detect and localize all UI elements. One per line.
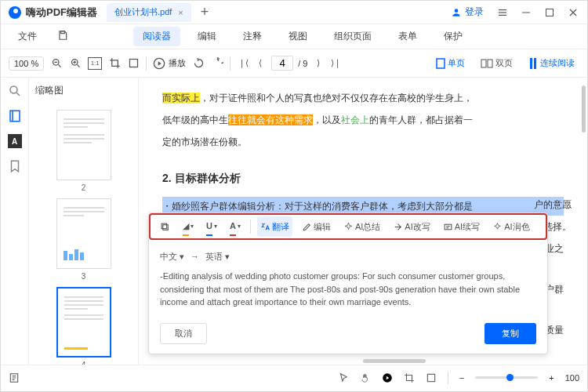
heading-2: 2. 目标群体分析 bbox=[162, 167, 564, 189]
svg-point-16 bbox=[10, 86, 17, 93]
zoom-select[interactable]: 100 % bbox=[9, 56, 44, 71]
thumbnail-page-2[interactable] bbox=[56, 110, 111, 180]
ai-rewrite-tool[interactable]: AI改写 bbox=[390, 216, 433, 237]
new-tab-button[interactable]: + bbox=[201, 4, 209, 20]
svg-rect-18 bbox=[163, 224, 169, 230]
last-page-icon[interactable]: ⟩❘ bbox=[329, 57, 342, 70]
minimize-icon[interactable] bbox=[515, 2, 537, 23]
continuous-button[interactable]: 连续阅读 bbox=[524, 56, 579, 71]
zoom-out-icon[interactable] bbox=[50, 57, 63, 70]
ai-polish-tool[interactable]: AI润色 bbox=[489, 216, 532, 237]
crop-icon[interactable] bbox=[108, 57, 121, 70]
svg-rect-17 bbox=[10, 111, 20, 122]
next-page-icon[interactable]: ⟩ bbox=[312, 57, 325, 70]
maximize-icon[interactable] bbox=[539, 2, 561, 23]
double-page-button[interactable]: 双页 bbox=[476, 56, 517, 71]
document-content[interactable]: 而实际上，对于证件照和个人的写真也绝对不仅仅存在在高校的学生身上， 低年级的高中… bbox=[139, 78, 587, 365]
close-tab-icon[interactable]: × bbox=[178, 8, 183, 17]
svg-rect-14 bbox=[530, 58, 532, 69]
svg-rect-2 bbox=[499, 12, 506, 13]
document-tab[interactable]: 创业计划书.pdf × bbox=[107, 3, 191, 22]
user-icon bbox=[451, 7, 462, 18]
highlight-text: 而实际上 bbox=[162, 93, 200, 103]
svg-rect-9 bbox=[129, 60, 137, 67]
zoom-value: 100 bbox=[565, 373, 579, 383]
thumb-num-4: 4 bbox=[29, 361, 138, 365]
page-total: / 9 bbox=[298, 59, 307, 68]
fit-width-icon[interactable] bbox=[127, 57, 140, 70]
cancel-button[interactable]: 取消 bbox=[160, 323, 207, 344]
svg-rect-23 bbox=[427, 374, 434, 381]
vertical-scrollbar[interactable] bbox=[582, 85, 586, 132]
status-cursor-icon[interactable] bbox=[338, 372, 349, 383]
highlight-text: 往往就会有这种需求 bbox=[228, 114, 313, 125]
zoom-minus-icon[interactable]: − bbox=[459, 373, 464, 383]
first-page-icon[interactable]: ❘⟨ bbox=[237, 57, 249, 70]
underline-tool-icon[interactable]: U▾ bbox=[203, 216, 220, 238]
menu-annotate[interactable]: 注释 bbox=[234, 27, 271, 46]
status-crop-icon[interactable] bbox=[404, 372, 415, 383]
app-logo bbox=[9, 6, 21, 19]
svg-rect-20 bbox=[445, 224, 452, 230]
status-hand-icon[interactable] bbox=[360, 372, 371, 383]
zoom-in-icon[interactable] bbox=[69, 57, 82, 70]
lang-to-select[interactable]: 英语 ▾ bbox=[205, 248, 230, 265]
menu-reader[interactable]: 阅读器 bbox=[133, 27, 180, 46]
ai-summary-tool[interactable]: AI总结 bbox=[340, 216, 383, 237]
login-button[interactable]: 登录 bbox=[451, 5, 484, 19]
svg-rect-6 bbox=[61, 31, 65, 34]
menu-file[interactable]: 文件 bbox=[9, 27, 46, 46]
svg-rect-4 bbox=[522, 12, 530, 13]
svg-rect-15 bbox=[534, 58, 536, 69]
tab-label: 创业计划书.pdf bbox=[114, 6, 172, 18]
copy-button[interactable]: 复制 bbox=[485, 323, 536, 344]
svg-rect-3 bbox=[499, 14, 506, 15]
status-fit-icon[interactable] bbox=[426, 372, 437, 383]
text-icon[interactable]: A bbox=[8, 134, 22, 148]
lang-from-select[interactable]: 中文 ▾ bbox=[160, 248, 184, 265]
thumbnail-page-3[interactable] bbox=[56, 198, 111, 269]
horizontal-scrollbar[interactable] bbox=[363, 359, 426, 363]
svg-rect-12 bbox=[481, 60, 486, 67]
menu-protect[interactable]: 保护 bbox=[434, 27, 472, 46]
menu-view[interactable]: 视图 bbox=[279, 27, 317, 46]
svg-rect-19 bbox=[162, 223, 167, 229]
thumb-num-2: 2 bbox=[29, 183, 138, 192]
highlight-tool-icon[interactable]: ◢▾ bbox=[180, 216, 197, 238]
rotate-right-icon[interactable] bbox=[211, 57, 223, 70]
translate-popup: ◢▾ U▾ A▾ 翻译 编辑 AI总结 AI改写 AI续写 AI润色 中文 ▾ … bbox=[148, 212, 548, 354]
bookmark-icon[interactable] bbox=[8, 159, 22, 173]
ai-continue-tool[interactable]: AI续写 bbox=[440, 216, 483, 237]
thumbnails-icon[interactable] bbox=[8, 109, 22, 123]
swap-lang-icon[interactable]: → bbox=[191, 248, 199, 265]
translation-text: -Editing analysis of wedding photo custo… bbox=[160, 270, 536, 309]
copy-tool-icon[interactable] bbox=[157, 220, 173, 234]
save-icon[interactable] bbox=[54, 27, 71, 46]
status-doc-icon[interactable] bbox=[9, 372, 20, 383]
svg-point-0 bbox=[455, 9, 459, 13]
rotate-left-icon[interactable] bbox=[192, 57, 205, 70]
zoom-plus-icon[interactable]: + bbox=[549, 373, 554, 383]
window-menu-icon[interactable] bbox=[492, 2, 514, 23]
fit-11-icon[interactable]: 1:1 bbox=[88, 57, 102, 70]
thumbnail-page-4[interactable] bbox=[56, 287, 111, 358]
close-icon[interactable] bbox=[562, 2, 584, 23]
menu-form[interactable]: 表单 bbox=[389, 27, 426, 46]
zoom-slider[interactable] bbox=[475, 376, 538, 379]
page-input[interactable] bbox=[271, 56, 293, 71]
status-play-icon[interactable] bbox=[382, 372, 393, 383]
translate-tool[interactable]: 翻译 bbox=[257, 216, 292, 237]
menu-organize[interactable]: 组织页面 bbox=[325, 27, 381, 46]
font-color-tool-icon[interactable]: A▾ bbox=[227, 216, 244, 238]
svg-rect-5 bbox=[546, 9, 554, 16]
menu-edit[interactable]: 编辑 bbox=[188, 27, 226, 46]
thumb-num-3: 3 bbox=[29, 272, 138, 281]
prev-page-icon[interactable]: ⟨ bbox=[254, 57, 267, 70]
single-page-button[interactable]: 单页 bbox=[431, 56, 470, 71]
popup-toolbar: ◢▾ U▾ A▾ 翻译 编辑 AI总结 AI改写 AI续写 AI润色 bbox=[149, 213, 547, 240]
play-button[interactable]: 播放 bbox=[153, 57, 186, 70]
svg-rect-13 bbox=[488, 60, 492, 67]
app-title: 嗨动PDF编辑器 bbox=[26, 5, 97, 20]
search-icon[interactable] bbox=[8, 84, 22, 98]
edit-tool[interactable]: 编辑 bbox=[299, 216, 334, 237]
